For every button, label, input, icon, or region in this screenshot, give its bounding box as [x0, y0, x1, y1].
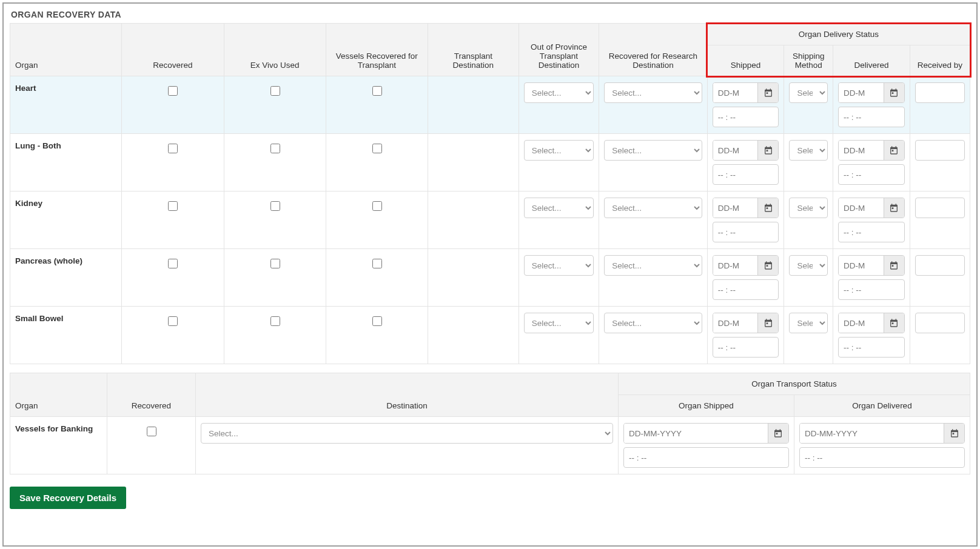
research-dest-select[interactable]: Select... [604, 255, 702, 276]
calendar-icon[interactable] [884, 256, 904, 275]
recovered-checkbox[interactable] [147, 427, 156, 436]
shipped-date-input[interactable] [713, 141, 758, 160]
shipped-time-input[interactable] [713, 279, 779, 300]
shipped-date-field[interactable] [713, 82, 779, 103]
recovered-checkbox[interactable] [168, 316, 178, 326]
organ-name: Pancreas (whole) [10, 249, 122, 307]
shipped-date-field[interactable] [713, 313, 779, 333]
recovered-checkbox[interactable] [168, 86, 178, 96]
recovered-checkbox[interactable] [168, 201, 178, 211]
delivered-date-field[interactable] [838, 198, 905, 218]
organ-delivered-time-input[interactable] [799, 447, 965, 468]
shipping-method-select[interactable]: Sele [789, 198, 828, 218]
shipped-date-input[interactable] [713, 83, 758, 102]
exvivo-checkbox[interactable] [270, 144, 280, 153]
delivered-time-input[interactable] [838, 279, 905, 300]
organ-shipped-time-input[interactable] [623, 447, 789, 468]
received-by-input[interactable] [915, 140, 965, 161]
delivered-time-input[interactable] [838, 164, 905, 185]
calendar-icon[interactable] [884, 198, 904, 218]
shipped-date-field[interactable] [713, 198, 779, 218]
table-row: KidneySelect...Select...Sele [10, 191, 970, 249]
col-delivery-group: Organ Delivery Status [707, 24, 970, 45]
recovered-checkbox[interactable] [168, 259, 178, 268]
shipped-date-input[interactable] [713, 256, 758, 275]
shipped-date-field[interactable] [713, 140, 779, 161]
delivered-date-input[interactable] [839, 141, 884, 160]
oop-dest-select[interactable]: Select... [524, 255, 594, 276]
received-by-input[interactable] [915, 255, 965, 276]
shipped-time-input[interactable] [713, 222, 779, 242]
research-dest-select[interactable]: Select... [604, 82, 702, 103]
exvivo-checkbox[interactable] [270, 316, 280, 326]
delivered-date-input[interactable] [839, 313, 884, 333]
calendar-icon[interactable] [944, 424, 964, 443]
exvivo-checkbox[interactable] [270, 86, 280, 96]
shipping-method-select[interactable]: Sele [789, 255, 828, 276]
col-delivered: Delivered [833, 45, 910, 76]
research-dest-select[interactable]: Select... [604, 198, 702, 218]
transplant-dest-cell [428, 307, 519, 364]
shipped-time-input[interactable] [713, 337, 779, 358]
col2-recovered: Recovered [107, 373, 196, 417]
oop-dest-select[interactable]: Select... [524, 140, 594, 161]
shipping-method-select[interactable]: Sele [789, 313, 828, 333]
calendar-icon[interactable] [884, 313, 904, 333]
delivered-time-input[interactable] [838, 337, 905, 358]
delivered-date-field[interactable] [838, 140, 905, 161]
calendar-icon[interactable] [884, 83, 904, 102]
destination-select[interactable]: Select... [201, 423, 613, 444]
exvivo-checkbox[interactable] [270, 201, 280, 211]
save-button[interactable]: Save Recovery Details [10, 487, 126, 509]
recovered-checkbox[interactable] [168, 144, 178, 153]
col2-destination: Destination [196, 373, 619, 417]
shipped-time-input[interactable] [713, 107, 779, 127]
exvivo-checkbox[interactable] [270, 259, 280, 268]
section-title: ORGAN RECOVERY DATA [11, 10, 970, 19]
calendar-icon[interactable] [757, 83, 778, 102]
received-by-input[interactable] [915, 198, 965, 218]
oop-dest-select[interactable]: Select... [524, 198, 594, 218]
vessels-checkbox[interactable] [372, 201, 382, 211]
oop-dest-select[interactable]: Select... [524, 313, 594, 333]
shipping-method-select[interactable]: Sele [789, 82, 828, 103]
shipped-date-input[interactable] [713, 313, 758, 333]
vessels-checkbox[interactable] [372, 144, 382, 153]
organ-delivered-date-field[interactable] [799, 423, 965, 444]
shipped-date-input[interactable] [713, 198, 758, 218]
calendar-icon[interactable] [884, 141, 904, 160]
calendar-icon[interactable] [768, 424, 788, 443]
delivered-date-field[interactable] [838, 313, 905, 333]
col2-shipped: Organ Shipped [618, 395, 794, 417]
col-shipped: Shipped [707, 45, 784, 76]
research-dest-select[interactable]: Select... [604, 313, 702, 333]
organ-shipped-date-field[interactable] [623, 423, 789, 444]
organ-name: Heart [10, 76, 122, 134]
delivered-time-input[interactable] [838, 222, 905, 242]
shipping-method-select[interactable]: Sele [789, 140, 828, 161]
shipped-time-input[interactable] [713, 164, 779, 185]
calendar-icon[interactable] [757, 313, 778, 333]
received-by-input[interactable] [915, 82, 965, 103]
oop-dest-select[interactable]: Select... [524, 82, 594, 103]
vessels-checkbox[interactable] [372, 316, 382, 326]
calendar-icon[interactable] [757, 198, 778, 218]
delivered-time-input[interactable] [838, 107, 905, 127]
col-organ: Organ [10, 24, 122, 76]
delivered-date-input[interactable] [839, 256, 884, 275]
received-by-input[interactable] [915, 313, 965, 333]
calendar-icon[interactable] [757, 141, 778, 160]
research-dest-select[interactable]: Select... [604, 140, 702, 161]
delivered-date-field[interactable] [838, 255, 905, 276]
shipped-date-field[interactable] [713, 255, 779, 276]
transport-table: Organ Recovered Destination Organ Transp… [10, 373, 970, 474]
organ-shipped-date-input[interactable] [624, 424, 768, 443]
delivered-date-field[interactable] [838, 82, 905, 103]
organ-delivered-date-input[interactable] [800, 424, 944, 443]
vessels-checkbox[interactable] [372, 259, 382, 268]
col2-organ: Organ [10, 373, 107, 417]
delivered-date-input[interactable] [839, 198, 884, 218]
calendar-icon[interactable] [757, 256, 778, 275]
vessels-checkbox[interactable] [372, 86, 382, 96]
delivered-date-input[interactable] [839, 83, 884, 102]
